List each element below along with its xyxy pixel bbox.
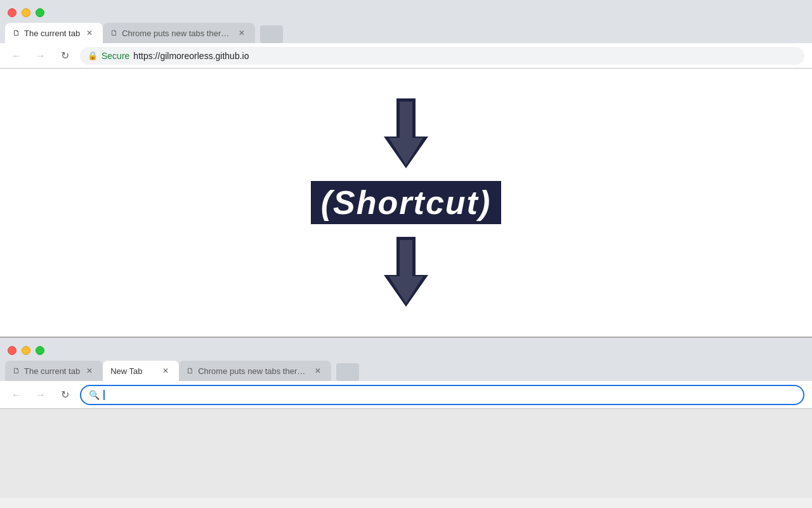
- forward-button-top[interactable]: →: [32, 47, 49, 65]
- address-bar-bottom: ← → ↻ 🔍: [0, 381, 812, 409]
- tab-new-bottom[interactable]: New Tab ✕: [103, 361, 179, 381]
- text-cursor-bottom: [103, 390, 105, 400]
- tab-close-current-top[interactable]: ✕: [84, 27, 95, 39]
- tab-label-current-bottom: The current tab: [24, 366, 80, 376]
- tabs-row-top: 🗋 The current tab ✕ 🗋 Chrome puts new ta…: [0, 20, 812, 43]
- top-browser-window: 🗋 The current tab ✕ 🗋 Chrome puts new ta…: [0, 0, 812, 337]
- close-button-top[interactable]: [8, 8, 16, 17]
- arrow-down-2: [384, 237, 428, 307]
- reload-button-top[interactable]: ↻: [56, 47, 74, 65]
- tabs-row-bottom: 🗋 The current tab ✕ New Tab ✕ 🗋 Chrome p…: [0, 358, 812, 381]
- bottom-browser-window: 🗋 The current tab ✕ New Tab ✕ 🗋 Chrome p…: [0, 337, 812, 409]
- tab-page-icon-top-2: 🗋: [110, 29, 118, 37]
- tab-close-chrome-top[interactable]: ✕: [236, 27, 247, 39]
- tab-close-current-bottom[interactable]: ✕: [84, 365, 95, 377]
- tab-close-new-bottom[interactable]: ✕: [160, 365, 171, 377]
- traffic-lights-top: [0, 0, 812, 20]
- secure-label-top: Secure: [102, 51, 129, 61]
- tab-page-icon-bottom-1: 🗋: [13, 366, 20, 375]
- url-bar-top[interactable]: 🔒 Secure https://gilmoreorless.github.io: [80, 47, 804, 65]
- address-bar-top: ← → ↻ 🔒 Secure https://gilmoreorless.git…: [0, 43, 812, 69]
- minimize-button-bottom[interactable]: [22, 346, 30, 355]
- shortcut-label: (Shortcut): [311, 181, 501, 224]
- close-button-bottom[interactable]: [8, 346, 16, 355]
- tab-label-chrome-bottom: Chrome puts new tabs there ⇒: [198, 366, 308, 376]
- maximize-button-bottom[interactable]: [36, 346, 44, 355]
- main-content-top: (Shortcut): [0, 69, 812, 337]
- tab-label-new-bottom: New Tab: [110, 366, 156, 376]
- url-text-top: https://gilmoreorless.github.io: [133, 51, 249, 61]
- tab-chrome-top[interactable]: 🗋 Chrome puts new tabs there ⇒ ✕: [103, 23, 255, 43]
- reload-button-bottom[interactable]: ↻: [56, 386, 74, 404]
- minimize-button-top[interactable]: [22, 8, 30, 17]
- back-button-top[interactable]: ←: [8, 47, 25, 65]
- tab-close-chrome-bottom[interactable]: ✕: [312, 365, 324, 377]
- back-button-bottom[interactable]: ←: [8, 386, 25, 404]
- tab-chrome-bottom[interactable]: 🗋 Chrome puts new tabs there ⇒ ✕: [179, 361, 331, 381]
- svg-marker-3: [389, 240, 423, 304]
- tab-page-icon-bottom-3: 🗋: [187, 366, 194, 375]
- traffic-lights-bottom: [0, 338, 812, 358]
- tab-label-current-top: The current tab: [24, 29, 80, 38]
- lock-icon-top: 🔒: [88, 51, 98, 60]
- new-tab-placeholder-bottom: [336, 363, 359, 381]
- tab-page-icon-top-1: 🗋: [13, 29, 20, 37]
- gray-area-below: [0, 409, 812, 498]
- url-bar-bottom[interactable]: 🔍: [80, 385, 804, 405]
- svg-marker-1: [389, 102, 423, 165]
- new-tab-placeholder-top: [260, 25, 283, 43]
- tab-current-top[interactable]: 🗋 The current tab ✕: [5, 23, 103, 43]
- maximize-button-top[interactable]: [36, 8, 44, 17]
- tab-current-bottom[interactable]: 🗋 The current tab ✕: [5, 361, 103, 381]
- tab-label-chrome-top: Chrome puts new tabs there ⇒: [122, 29, 232, 38]
- search-icon-bottom: 🔍: [89, 390, 100, 400]
- arrow-down-1: [384, 98, 428, 168]
- forward-button-bottom[interactable]: →: [32, 386, 49, 404]
